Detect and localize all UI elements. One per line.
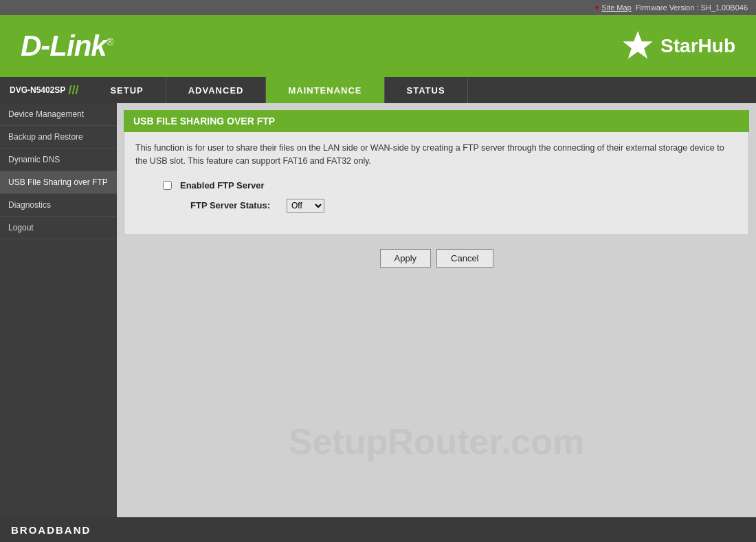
tab-maintenance[interactable]: MAINTENANCE (266, 77, 384, 103)
apply-button[interactable]: Apply (380, 249, 432, 268)
slashes-decoration: /// (68, 83, 78, 98)
starhub-star-icon (621, 29, 655, 63)
starhub-logo: StarHub (621, 29, 735, 63)
svg-marker-0 (623, 31, 652, 58)
sidebar-item-backup-restore[interactable]: Backup and Restore (0, 126, 117, 149)
description-text: This function is for user to share their… (135, 142, 737, 168)
dlink-logo: D-Link® (21, 30, 113, 63)
footer-label: BROADBAND (11, 524, 91, 536)
enabled-ftp-checkbox[interactable] (163, 181, 172, 190)
sidebar-item-dynamic-dns[interactable]: Dynamic DNS (0, 149, 117, 171)
tab-status[interactable]: STATUS (385, 77, 468, 103)
sidebar-item-device-management[interactable]: Device Management (0, 103, 117, 126)
enabled-ftp-label: Enabled FTP Server (163, 180, 265, 191)
site-map-link[interactable]: Site Map (601, 3, 631, 12)
watermark: SetupRouter.com (117, 421, 756, 462)
tab-setup[interactable]: SETUP (88, 77, 166, 103)
nav-tabs: DVG-N5402SP /// SETUP ADVANCED MAINTENAN… (0, 77, 756, 103)
section-body: This function is for user to share their… (124, 132, 749, 235)
button-row: Apply Cancel (117, 242, 756, 274)
sidebar: Device Management Backup and Restore Dyn… (0, 103, 117, 517)
footer: BROADBAND (0, 517, 756, 542)
content-panel: USB FILE SHARING OVER FTP This function … (117, 103, 756, 517)
cancel-button[interactable]: Cancel (436, 249, 493, 268)
enabled-ftp-row: Enabled FTP Server (135, 180, 737, 191)
top-bar: ✦ Site Map Firmware Version : SH_1.00B04… (0, 0, 756, 15)
ftp-status-row: FTP Server Status: Off On (135, 199, 737, 213)
device-model-tab: DVG-N5402SP /// (0, 77, 88, 103)
sidebar-item-diagnostics[interactable]: Diagnostics (0, 194, 117, 217)
tab-advanced[interactable]: ADVANCED (166, 77, 267, 103)
sidebar-item-usb-file-sharing[interactable]: USB File Sharing over FTP (0, 171, 117, 194)
site-map-icon: ✦ (594, 3, 600, 12)
ftp-status-label: FTP Server Status: (190, 200, 287, 210)
firmware-version: Firmware Version : SH_1.00B046 (636, 3, 748, 12)
section-title: USB FILE SHARING OVER FTP (124, 110, 749, 132)
enabled-ftp-label-text: Enabled FTP Server (180, 180, 265, 191)
ftp-status-select[interactable]: Off On (287, 199, 324, 213)
header: D-Link® StarHub (0, 15, 756, 77)
sidebar-item-logout[interactable]: Logout (0, 217, 117, 239)
main-wrapper: Device Management Backup and Restore Dyn… (0, 103, 756, 517)
